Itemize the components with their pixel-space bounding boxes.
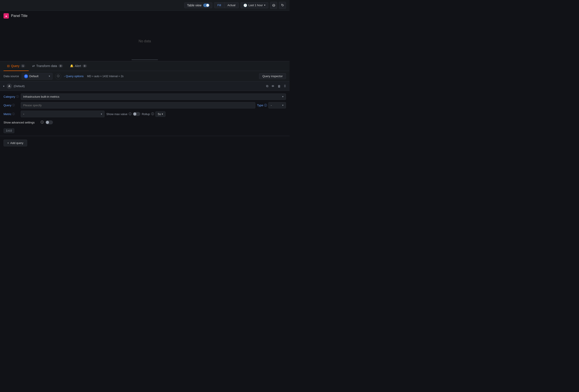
zoom-out-button[interactable]: ⊖ — [270, 2, 277, 9]
query-input[interactable] — [21, 102, 255, 109]
transform-tab-label: Transform data — [36, 64, 57, 68]
query-info-icon[interactable]: ⓘ — [12, 103, 15, 107]
metric-select[interactable]: - ▾ — [21, 111, 105, 117]
category-row: Category ⓘ Infrastructure built-in metri… — [3, 94, 286, 100]
show-max-thumb — [133, 112, 136, 115]
table-view-label: Table view — [187, 3, 202, 7]
show-max-section: Show max value ⓘ Rollup ⓘ 5s ▾ — [106, 111, 165, 117]
table-view-toggle[interactable]: Table view — [184, 2, 212, 8]
advanced-info-icon[interactable]: ⓘ — [41, 120, 44, 124]
chevron-right-icon: › — [64, 75, 65, 78]
rollup-label: Rollup — [142, 112, 150, 116]
type-select[interactable]: - ▾ — [268, 102, 286, 109]
version-badge: 3.4.0 — [3, 128, 14, 133]
query-inspector-button[interactable]: Query inspector — [259, 73, 286, 79]
panel-title: Panel Title — [11, 14, 28, 18]
advanced-thumb — [46, 121, 49, 124]
type-section: Type ⓘ - ▾ — [257, 102, 286, 109]
info-icon: ⓘ — [57, 74, 60, 78]
datasource-info-button[interactable]: ⓘ — [55, 73, 61, 79]
add-icon: + — [7, 141, 9, 145]
query-options-label: Query options — [66, 74, 84, 78]
refresh-button[interactable]: ↻ — [279, 2, 286, 9]
collapse-button[interactable]: ▾ — [3, 84, 5, 88]
trash-icon: 🗑 — [278, 84, 281, 88]
type-chevron-icon: ▾ — [282, 104, 284, 107]
rollup-chevron-icon: ▾ — [162, 113, 163, 115]
scroll-indicator — [132, 59, 158, 60]
fill-button[interactable]: Fill — [214, 2, 224, 8]
query-field-label: Query ⓘ — [3, 103, 19, 107]
tab-transform[interactable]: ⇄ Transform data 0 — [29, 61, 67, 71]
tab-alert[interactable]: 🔔 Alert 0 — [67, 61, 90, 71]
transform-tab-badge: 0 — [59, 64, 63, 67]
version-badge-wrapper: 3.4.0 — [3, 127, 286, 133]
datasource-label: Data source — [3, 74, 19, 78]
show-max-info-icon[interactable]: ⓘ — [129, 112, 132, 116]
query-row-actions: ⧉ 👁 🗑 ⠿ — [265, 83, 287, 89]
metric-chevron-icon: ▾ — [101, 113, 102, 115]
query-options-link[interactable]: › Query options — [64, 74, 84, 78]
panel-alert-icon: ▲ — [3, 13, 9, 18]
transform-tab-icon: ⇄ — [32, 64, 35, 68]
show-max-label: Show max value — [106, 112, 127, 116]
copy-button[interactable]: ⧉ — [265, 83, 269, 89]
top-toolbar: Table view Fill Actual 🕐 Last 1 hour ▾ ⊖… — [0, 0, 290, 11]
datasource-select[interactable]: D Default ▾ — [22, 73, 53, 80]
add-query-label: Add query — [10, 141, 23, 145]
metric-label: Metric ⓘ — [3, 112, 19, 116]
rollup-info-icon[interactable]: ⓘ — [151, 112, 154, 116]
rollup-select[interactable]: 5s ▾ — [155, 111, 165, 117]
datasource-row: Data source D Default ▾ ⓘ › Query option… — [0, 71, 290, 82]
zoom-icon: ⊖ — [272, 3, 275, 8]
query-alias: (Default) — [14, 84, 263, 88]
clock-icon: 🕐 — [243, 3, 247, 7]
category-chevron-icon: ▾ — [282, 95, 284, 98]
category-select[interactable]: Infrastructure built-in metrics ▾ — [21, 94, 286, 100]
type-info-icon[interactable]: ⓘ — [264, 103, 267, 107]
metric-info-icon[interactable]: ⓘ — [12, 112, 15, 116]
chevron-down-icon: ▾ — [264, 4, 265, 7]
query-fields: Category ⓘ Infrastructure built-in metri… — [0, 91, 290, 136]
show-max-toggle[interactable] — [133, 112, 140, 116]
add-query-section: + Add query — [0, 136, 290, 150]
delete-button[interactable]: 🗑 — [277, 84, 282, 89]
visibility-button[interactable]: 👁 — [271, 84, 275, 89]
advanced-settings-row: Show advanced settings ⓘ — [3, 119, 286, 125]
alert-tab-label: Alert — [75, 64, 81, 68]
query-tab-label: Query — [11, 64, 19, 68]
datasource-icon: D — [24, 74, 28, 78]
category-label: Category ⓘ — [3, 95, 19, 99]
query-meta: MD = auto = 1432 Interval = 2s — [87, 75, 257, 78]
tabs-bar: ⊟ Query 1 ⇄ Transform data 0 🔔 Alert 0 — [0, 61, 290, 71]
actual-button[interactable]: Actual — [224, 2, 238, 8]
copy-icon: ⧉ — [266, 84, 268, 88]
category-info-icon[interactable]: ⓘ — [16, 95, 19, 99]
alert-tab-badge: 0 — [82, 64, 87, 67]
add-query-button[interactable]: + Add query — [3, 140, 27, 146]
table-view-thumb — [206, 4, 209, 7]
fill-actual-group: Fill Actual — [214, 2, 239, 8]
time-range-label: Last 1 hour — [248, 3, 263, 7]
refresh-icon: ↻ — [281, 3, 284, 7]
datasource-name: Default — [29, 74, 47, 78]
advanced-label: Show advanced settings — [3, 121, 39, 124]
table-view-track — [203, 3, 210, 7]
drag-handle[interactable]: ⠿ — [283, 84, 287, 89]
query-letter: A — [7, 84, 12, 89]
alert-tab-icon: 🔔 — [70, 64, 73, 67]
query-row-header: ▾ A (Default) ⧉ 👁 🗑 ⠿ — [0, 82, 290, 91]
drag-icon: ⠿ — [284, 84, 286, 88]
panel-area: ▲ Panel Title No data — [0, 11, 290, 61]
datasource-chevron-icon: ▾ — [49, 75, 50, 78]
panel-header: ▲ Panel Title — [0, 11, 290, 21]
advanced-toggle[interactable] — [45, 120, 53, 124]
collapse-icon: ▾ — [3, 85, 4, 88]
type-label: Type ⓘ — [257, 103, 267, 107]
tab-query[interactable]: ⊟ Query 1 — [3, 61, 29, 71]
metric-row: Metric ⓘ - ▾ Show max value ⓘ Rollup ⓘ 5… — [3, 111, 286, 117]
query-tab-badge: 1 — [21, 64, 25, 67]
time-range-button[interactable]: 🕐 Last 1 hour ▾ — [240, 2, 268, 8]
query-field-row: Query ⓘ Type ⓘ - ▾ — [3, 102, 286, 109]
query-body: ▾ A (Default) ⧉ 👁 🗑 ⠿ Category ⓘ — [0, 82, 290, 136]
